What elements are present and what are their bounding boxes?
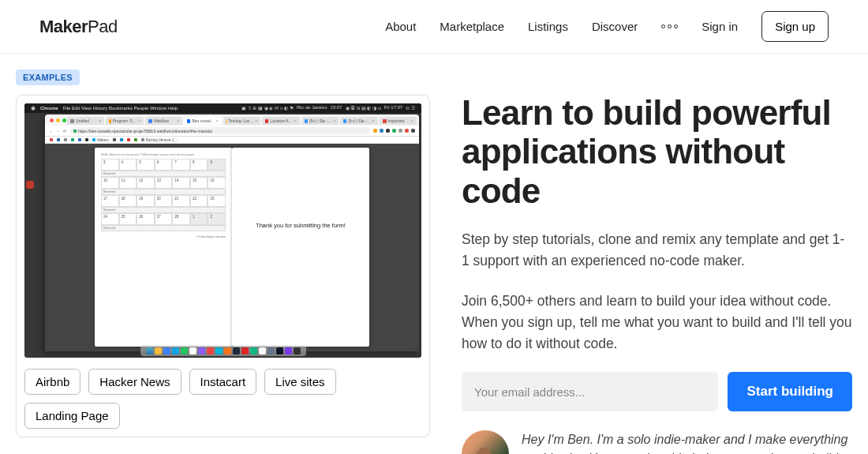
hero-para-2: Join 6,500+ others and learn to build yo… (462, 291, 852, 355)
calendar-cell: 24 (101, 213, 119, 225)
example-chips: Airbnb Hacker News Instacart Live sites … (24, 369, 421, 429)
examples-badge: EXAMPLES (16, 69, 80, 85)
nav-listings[interactable]: Listings (528, 20, 568, 33)
author-bio-text: Hey I'm Ben. I'm a solo indie-maker and … (522, 430, 852, 454)
address-bar: ← → ⟳ https://ben-tossells-spectacular-p… (45, 126, 419, 137)
nav-marketplace[interactable]: Marketplace (440, 20, 504, 33)
calendar-reserved-row: Reserved (101, 207, 226, 213)
side-app-icon (26, 181, 34, 189)
left-column: EXAMPLES ◉ Chrome File Edit View History… (16, 69, 430, 454)
macos-menubar: ◉ Chrome File Edit View History Bookmark… (24, 103, 421, 113)
nav-more-icon[interactable] (661, 24, 678, 28)
back-icon: ← (49, 129, 53, 133)
calendar-cell: 17 (101, 195, 119, 207)
screencap-card: ◉ Chrome File Edit View History Bookmark… (16, 95, 430, 437)
traffic-lights (50, 118, 66, 122)
chip-live-sites[interactable]: Live sites (264, 369, 336, 395)
chip-hacker-news[interactable]: Hacker News (88, 369, 181, 395)
calendar-cell: 26 (137, 213, 155, 225)
calendar-cell: 23 (208, 195, 226, 207)
logo[interactable]: MakerPad (39, 17, 118, 37)
extension-icons (373, 129, 415, 133)
calendar-cell: 19 (137, 195, 155, 207)
calendar-cell: 21 (172, 195, 190, 207)
calendar-reserved-row: Reserved (101, 171, 226, 177)
start-building-button[interactable]: Start building (728, 372, 852, 411)
main-content: EXAMPLES ◉ Chrome File Edit View History… (0, 54, 868, 454)
hero-para-1: Step by step tutorials, clone and remix … (462, 229, 852, 272)
url-field: https://ben-tossells-spectacular-proje-f… (70, 127, 370, 134)
reload-icon: ⟳ (63, 129, 67, 133)
right-column: Learn to build powerful applications wit… (462, 69, 852, 454)
calendar-cell: 28 (172, 213, 190, 225)
panel-header: Nulla. Aenean eu leo quam. Pellentesque … (101, 152, 226, 156)
calendar-cell: 20 (155, 195, 173, 207)
calendar-panel: Nulla. Aenean eu leo quam. Pellentesque … (95, 148, 232, 347)
author-bio: Hey I'm Ben. I'm a solo indie-maker and … (462, 430, 852, 454)
calendar-grid: 3456789Reserved10111213141516Reserved171… (101, 159, 226, 231)
calendar-cell: 13 (155, 177, 173, 189)
calendar-cell: 27 (155, 213, 173, 225)
fwd-icon: → (56, 129, 60, 133)
browser-tab: Location A… × (262, 117, 299, 125)
confirmation-panel: Thank you for submitting the form! (232, 148, 369, 347)
calendar-cell: 3 (101, 159, 119, 171)
calendar-cell: 5 (137, 159, 155, 171)
browser-tab: Untitled × (67, 117, 104, 125)
menubar-status-icons: ▣ ⇪ ⊕ ▦ ◉ ◈ ✉ ⌽ ◐ ⚑ Rio de Janeiro 15:07… (241, 105, 415, 111)
signin-link[interactable]: Sign in (702, 20, 738, 33)
bookmark-bar: Makers Raising Venture C… (45, 137, 419, 144)
view-larger-link: ↗ View larger version (101, 235, 226, 238)
screencap: ◉ Chrome File Edit View History Bookmark… (24, 103, 421, 358)
calendar-cell: 12 (137, 177, 155, 189)
email-input[interactable] (462, 372, 718, 411)
calendar-cell: 9 (208, 159, 226, 171)
author-avatar (462, 430, 509, 454)
browser-tab: (9+) | Sip -… × (301, 117, 339, 125)
calendar-cell: 10 (101, 177, 119, 189)
top-nav: MakerPad About Marketplace Listings Disc… (0, 0, 868, 54)
hero-headline: Learn to build powerful applications wit… (462, 93, 852, 210)
calendar-cell: 14 (172, 177, 190, 189)
calendar-cell: 8 (190, 159, 208, 171)
browser-tab: Program: S… × (106, 117, 143, 125)
calendar-reserved-row: Reserved (101, 189, 226, 195)
chip-airbnb[interactable]: Airbnb (24, 369, 80, 395)
calendar-cell: 25 (119, 213, 137, 225)
calendar-cell: 18 (119, 195, 137, 207)
calendar-cell: 2 (208, 213, 226, 225)
browser-tabs: Untitled ×Program: S… ×Webflow ×Ben toss… (67, 117, 417, 125)
calendar-cell: 11 (119, 177, 137, 189)
calendar-cell: 7 (172, 159, 190, 171)
calendar-cell: 16 (208, 177, 226, 189)
confirmation-message: Thank you for submitting the form! (256, 222, 346, 347)
calendar-reserved-row: Reserved (101, 225, 226, 231)
browser-tab: Ben tossel… × (184, 117, 221, 125)
lock-icon (73, 129, 77, 133)
calendar-cell: 4 (119, 159, 137, 171)
browser-tab: Webflow × (145, 117, 182, 125)
macos-dock (140, 345, 306, 356)
browser-window: Untitled ×Program: S… ×Webflow ×Ben toss… (45, 114, 419, 351)
calendar-cell: 1 (190, 213, 208, 225)
nav-discover[interactable]: Discover (592, 20, 638, 33)
calendar-cell: 15 (190, 177, 208, 189)
page-content: Nulla. Aenean eu leo quam. Pellentesque … (45, 144, 419, 351)
signup-form: Start building (462, 372, 852, 411)
calendar-cell: 6 (155, 159, 173, 171)
nav-about[interactable]: About (385, 20, 416, 33)
browser-tab: Important × (380, 117, 417, 125)
calendar-cell: 22 (190, 195, 208, 207)
browser-tab: Testing: Loc… × (223, 117, 260, 125)
nav-right: About Marketplace Listings Discover Sign… (385, 11, 829, 42)
signup-button[interactable]: Sign up (761, 11, 829, 42)
chip-instacart[interactable]: Instacart (189, 369, 257, 395)
browser-tab: (9+) | Sip -… × (340, 117, 377, 125)
menubar-app: Chrome (40, 106, 58, 111)
chip-landing-page[interactable]: Landing Page (24, 403, 120, 429)
apple-icon: ◉ (31, 105, 36, 111)
